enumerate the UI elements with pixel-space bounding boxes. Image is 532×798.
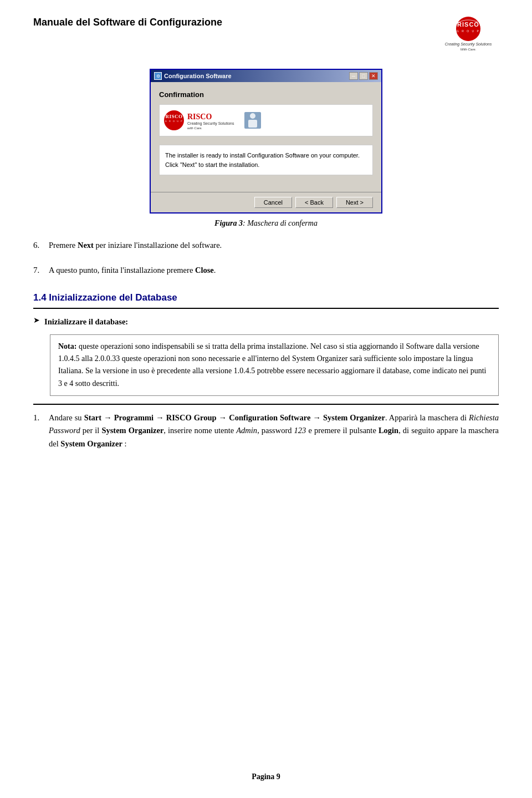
- svg-text:RISCO: RISCO: [457, 21, 479, 28]
- back-button[interactable]: < Back: [295, 197, 333, 208]
- svg-text:Creating Security Solutions: Creating Security Solutions: [445, 42, 492, 47]
- section-rule: [33, 308, 499, 309]
- screenshot-container: ⚙ Configuration Software ─ □ ✕ Confirmat…: [33, 69, 499, 214]
- note-box: Nota: queste operazioni sono indispensab…: [50, 334, 499, 397]
- dialog-line1: The installer is ready to install Config…: [165, 151, 367, 160]
- dialog-risco-logo: RISCO G R O U P RISCO Creating Security …: [164, 109, 264, 131]
- close-button[interactable]: ✕: [369, 72, 378, 80]
- item-7-num: 7.: [33, 264, 49, 282]
- next-button[interactable]: Next >: [336, 197, 373, 208]
- dialog-icon: ⚙: [154, 72, 162, 80]
- page-header: Manuale del Software di Configurazione R…: [33, 17, 499, 58]
- dialog-section-title: Confirmation: [159, 90, 373, 99]
- svg-text:Creating Security Solutions: Creating Security Solutions: [187, 121, 234, 126]
- svg-text:With Care.: With Care.: [461, 48, 476, 51]
- section-heading: 1.4 Inizializzazione del Database: [33, 292, 499, 303]
- item-7-content: A questo punto, finita l'installazione p…: [49, 264, 499, 277]
- item-1-content: Andare su Start → Programmi → RISCO Grou…: [49, 411, 499, 450]
- risco-logo: RISCO G R O U P Creating Security Soluti…: [438, 17, 499, 51]
- minimize-button[interactable]: ─: [349, 72, 358, 80]
- dialog-logo-area: RISCO G R O U P RISCO Creating Security …: [159, 104, 373, 136]
- note-text: queste operazioni sono indispensabili se…: [58, 342, 486, 388]
- item-6-num: 6.: [33, 239, 49, 257]
- dialog-footer: Cancel < Back Next >: [151, 192, 381, 212]
- item-6-content: Premere Next per iniziare l'installazion…: [49, 239, 499, 252]
- list-item-7: 7. A questo punto, finita l'installazion…: [33, 264, 499, 282]
- dialog-titlebar-left: ⚙ Configuration Software: [154, 72, 232, 80]
- page-number: Pagina 9: [252, 772, 280, 781]
- dialog-controls: ─ □ ✕: [349, 72, 378, 80]
- cancel-button[interactable]: Cancel: [254, 197, 292, 208]
- page-title: Manuale del Software di Configurazione: [33, 17, 222, 28]
- note-label: Nota:: [58, 342, 76, 350]
- svg-text:RISCO: RISCO: [165, 114, 182, 119]
- dialog-window: ⚙ Configuration Software ─ □ ✕ Confirmat…: [150, 69, 382, 214]
- list-item-1: 1. Andare su Start → Programmi → RISCO G…: [33, 411, 499, 456]
- item-1-num: 1.: [33, 411, 49, 456]
- dialog-titlebar: ⚙ Configuration Software ─ □ ✕: [151, 70, 381, 82]
- arrow-bullet: ➤ Inizializzare il database:: [33, 316, 499, 328]
- arrow-icon: ➤: [33, 316, 40, 325]
- logo-area: RISCO G R O U P Creating Security Soluti…: [438, 17, 499, 53]
- dialog-content: Confirmation RISCO G R O U P RISCO Creat…: [151, 82, 381, 192]
- svg-text:with Care.: with Care.: [187, 126, 202, 130]
- section-rule-2: [33, 404, 499, 405]
- svg-rect-13: [248, 120, 257, 128]
- arrow-text: Inizializzare il database:: [44, 316, 128, 328]
- figure-caption: Figura 3: Maschera di conferma: [33, 219, 499, 228]
- svg-text:G R O U P: G R O U P: [165, 120, 183, 123]
- svg-text:G R O U P: G R O U P: [457, 29, 480, 33]
- svg-text:RISCO: RISCO: [187, 113, 212, 121]
- maximize-button[interactable]: □: [359, 72, 368, 80]
- svg-point-12: [250, 113, 255, 119]
- list-item-6: 6. Premere Next per iniziare l'installaz…: [33, 239, 499, 257]
- dialog-title: Configuration Software: [164, 73, 232, 79]
- page-footer: Pagina 9: [0, 772, 532, 781]
- dialog-text-area: The installer is ready to install Config…: [159, 145, 373, 175]
- dialog-line2: Click "Next" to start the installation.: [165, 160, 367, 170]
